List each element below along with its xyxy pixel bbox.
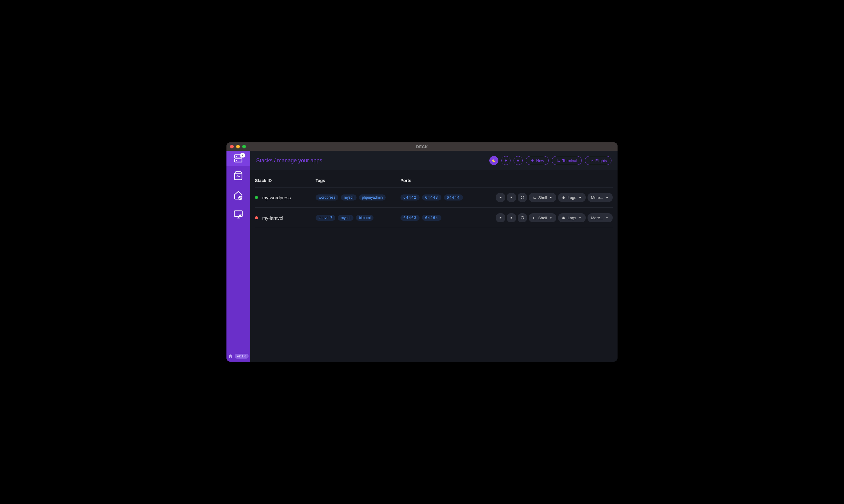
svg-line-11: [239, 215, 239, 215]
stop-button[interactable]: [507, 193, 516, 202]
table-header: Stack ID Tags Ports: [255, 174, 613, 187]
terminal-button-label: Terminal: [562, 158, 577, 163]
tag-pill[interactable]: phpmyadmin: [359, 195, 386, 200]
stacks-count-badge: 2: [240, 153, 245, 158]
sidebar-item-debug[interactable]: [226, 205, 250, 224]
chevron-down-icon: [605, 216, 609, 220]
stack-id-cell: my-wordpress: [255, 195, 315, 200]
shell-dropdown[interactable]: Shell: [529, 193, 556, 202]
tag-pill[interactable]: laravel 7: [315, 215, 335, 221]
header-actions: New Terminal Flights: [489, 156, 612, 165]
terminal-button[interactable]: Terminal: [552, 156, 582, 165]
new-stack-button[interactable]: New: [526, 156, 549, 165]
row-actions: ShellLogsMore...: [496, 193, 613, 202]
svg-point-5: [239, 196, 242, 200]
shell-dropdown[interactable]: Shell: [529, 213, 556, 222]
logs-dropdown[interactable]: Logs: [558, 213, 585, 222]
flights-icon: [589, 158, 593, 163]
svg-line-42: [565, 218, 565, 219]
logs-dropdown-label: Logs: [568, 195, 576, 200]
sidebar-footer: v2.1.0: [226, 351, 250, 362]
more-dropdown[interactable]: More...: [587, 193, 613, 202]
titlebar: DECK: [226, 142, 618, 151]
breadcrumb: Stacks / manage your apps: [256, 158, 322, 164]
svg-marker-15: [505, 159, 507, 162]
svg-point-10: [239, 215, 241, 217]
start-button[interactable]: [496, 193, 505, 202]
flights-button[interactable]: Flights: [585, 156, 612, 165]
minimize-window-button[interactable]: [236, 145, 240, 148]
stop-icon: [516, 158, 520, 163]
svg-marker-24: [550, 197, 552, 198]
port-pill[interactable]: 64444: [444, 195, 463, 200]
stack-id-label[interactable]: my-wordpress: [262, 195, 291, 200]
sidebar-item-stacks[interactable]: 2: [226, 151, 250, 166]
restart-button[interactable]: [518, 193, 527, 202]
port-pill[interactable]: 64464: [422, 215, 441, 221]
main: Stacks / manage your apps: [250, 151, 618, 362]
window-title: DECK: [416, 144, 428, 149]
svg-rect-34: [511, 217, 512, 219]
stop-icon: [510, 196, 513, 199]
column-tags: Tags: [315, 178, 400, 183]
svg-rect-16: [517, 160, 519, 161]
shopping-bag-icon: [234, 171, 243, 181]
sidebar-item-marketplace[interactable]: [226, 166, 250, 185]
tag-pill[interactable]: mysql: [338, 215, 353, 221]
port-pill[interactable]: 64463: [400, 215, 419, 221]
more-dropdown[interactable]: More...: [587, 213, 613, 222]
svg-rect-1: [235, 159, 242, 162]
moon-icon: [492, 158, 496, 163]
chevron-down-icon: [549, 196, 553, 200]
theme-toggle-button[interactable]: [489, 156, 498, 165]
stack-id-label[interactable]: my-laravel: [262, 215, 283, 220]
column-ports: Ports: [400, 178, 613, 183]
play-icon: [504, 158, 508, 163]
home-icon[interactable]: [228, 354, 233, 359]
chevron-down-icon: [549, 216, 553, 220]
tags-cell: laravel 7mysqlbitnami: [315, 215, 400, 221]
tag-pill[interactable]: bitnami: [356, 215, 374, 221]
svg-point-6: [240, 198, 241, 199]
ports-cell: 6446364464: [400, 215, 496, 221]
svg-line-30: [565, 198, 565, 198]
port-pill[interactable]: 64442: [400, 195, 419, 200]
stop-button[interactable]: [507, 213, 516, 222]
refresh-icon: [520, 196, 524, 199]
stacks-table: Stack ID Tags Ports my-wordpresswordpres…: [255, 174, 613, 228]
svg-point-25: [563, 197, 565, 199]
svg-point-38: [563, 216, 564, 217]
tag-pill[interactable]: wordpress: [315, 195, 338, 200]
header: Stacks / manage your apps: [250, 151, 618, 170]
svg-line-41: [565, 217, 565, 218]
svg-marker-32: [606, 197, 608, 198]
stop-all-button[interactable]: [514, 156, 523, 165]
status-dot: [255, 196, 258, 199]
app-body: 2: [226, 151, 618, 362]
logs-dropdown[interactable]: Logs: [558, 193, 585, 202]
svg-marker-31: [579, 197, 581, 198]
port-pill[interactable]: 64443: [422, 195, 441, 200]
logs-dropdown-label: Logs: [568, 216, 576, 220]
bug-icon: [562, 216, 566, 220]
svg-marker-36: [550, 217, 552, 218]
flights-button-label: Flights: [596, 158, 607, 163]
svg-point-26: [563, 196, 564, 197]
tag-pill[interactable]: mysql: [341, 195, 356, 200]
start-button[interactable]: [496, 213, 505, 222]
restart-button[interactable]: [518, 213, 527, 222]
content: Stack ID Tags Ports my-wordpresswordpres…: [250, 170, 618, 362]
maximize-window-button[interactable]: [242, 145, 246, 148]
plus-icon: [530, 158, 534, 163]
svg-marker-21: [500, 197, 502, 199]
play-all-button[interactable]: [501, 156, 511, 165]
terminal-icon: [532, 196, 536, 200]
row-actions: ShellLogsMore...: [496, 213, 613, 222]
svg-rect-22: [511, 197, 512, 198]
table-row: my-laravellaravel 7mysqlbitnami644636446…: [255, 208, 613, 228]
sidebar-item-local[interactable]: [226, 185, 250, 205]
close-window-button[interactable]: [230, 145, 234, 148]
shell-dropdown-label: Shell: [538, 195, 547, 200]
new-button-label: New: [536, 158, 544, 163]
play-icon: [499, 216, 502, 220]
